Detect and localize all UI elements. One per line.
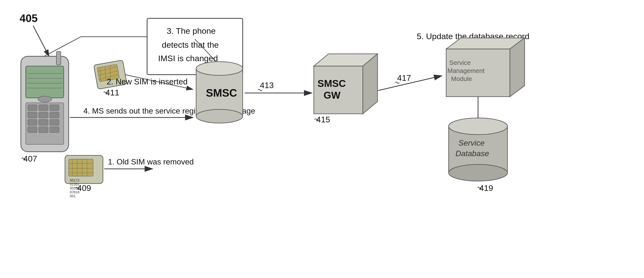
svg-marker-62 xyxy=(446,38,524,49)
svg-rect-61 xyxy=(446,49,510,97)
svg-point-23 xyxy=(38,96,52,102)
svg-rect-10 xyxy=(28,105,37,111)
svg-point-54 xyxy=(196,62,243,75)
svg-marker-59 xyxy=(363,54,378,114)
smscgw-arrow-id: 417 xyxy=(397,73,411,82)
svg-text:001: 001 xyxy=(70,194,76,198)
sdb-label2-line1: Database xyxy=(456,149,489,158)
svg-line-43 xyxy=(108,66,112,80)
svg-rect-53 xyxy=(196,69,243,116)
svg-marker-58 xyxy=(314,54,378,66)
svg-line-44 xyxy=(98,67,118,71)
svg-line-48 xyxy=(44,37,81,56)
svg-line-45 xyxy=(98,71,118,76)
svg-point-67 xyxy=(448,164,508,181)
step3-line2: detects that the xyxy=(162,40,219,49)
phone-label: 407 xyxy=(23,154,37,163)
svg-line-46 xyxy=(98,75,118,80)
new-sim-id: 411 xyxy=(106,88,120,97)
svg-rect-57 xyxy=(314,66,363,114)
svg-rect-40 xyxy=(97,64,120,82)
svg-line-52 xyxy=(195,39,216,61)
smscgw-id: 415 xyxy=(316,115,330,124)
step1-label: 1. Old SIM was removed xyxy=(108,157,194,166)
svg-rect-21 xyxy=(50,127,59,133)
smscgw-label1: SMSC xyxy=(318,78,346,89)
svg-line-2 xyxy=(33,26,49,56)
svg-text:67818: 67818 xyxy=(70,190,80,194)
svg-line-60 xyxy=(378,76,441,91)
svg-rect-51 xyxy=(147,18,243,75)
svg-rect-15 xyxy=(50,112,59,118)
svg-point-66 xyxy=(448,118,508,135)
step5-label: 5. Update the database record xyxy=(417,32,529,41)
svg-text:00311: 00311 xyxy=(70,186,80,190)
svg-rect-39 xyxy=(94,60,127,89)
diagram: 405 407 xyxy=(0,0,644,278)
sdb-label1: Service xyxy=(458,139,485,147)
svg-point-55 xyxy=(196,109,243,123)
sdb-id: 419 xyxy=(479,183,493,193)
svg-rect-17 xyxy=(39,120,48,125)
svg-text:85172: 85172 xyxy=(70,178,80,182)
svg-rect-9 xyxy=(26,103,64,144)
svg-rect-25 xyxy=(69,159,93,176)
smscgw-label2: GW xyxy=(324,90,340,101)
svg-line-42 xyxy=(103,66,108,81)
svg-rect-20 xyxy=(39,127,48,133)
old-sim-label: 409 xyxy=(77,183,91,193)
step3-line1: 3. The phone xyxy=(167,26,216,35)
svg-rect-19 xyxy=(28,127,37,133)
step3-line3: IMSI is changed xyxy=(158,54,218,63)
svg-rect-22 xyxy=(56,51,61,65)
svg-rect-4 xyxy=(26,66,64,98)
svg-line-50 xyxy=(125,75,192,89)
svg-rect-16 xyxy=(28,120,37,125)
fig-label: 405 xyxy=(20,12,38,24)
svg-rect-3 xyxy=(21,56,69,152)
smm-label1: Service xyxy=(449,59,471,66)
smsc-label: SMSC xyxy=(206,87,237,99)
svg-rect-14 xyxy=(39,112,48,118)
smm-label2: Management xyxy=(448,67,485,74)
smsc-arrow-id: 413 xyxy=(260,81,274,90)
svg-text:02351: 02351 xyxy=(70,182,80,186)
svg-line-41 xyxy=(98,67,103,82)
svg-rect-65 xyxy=(448,126,508,173)
svg-rect-11 xyxy=(39,105,48,111)
smm-label3: Module xyxy=(451,75,472,82)
svg-marker-63 xyxy=(510,38,524,97)
svg-rect-12 xyxy=(50,105,59,111)
svg-rect-18 xyxy=(50,120,59,125)
svg-rect-24 xyxy=(65,155,103,183)
svg-rect-13 xyxy=(28,112,37,118)
step2-label: 2. New SIM is inserted xyxy=(107,77,188,86)
step4-label: 4. MS sends out the service registration… xyxy=(83,107,255,115)
